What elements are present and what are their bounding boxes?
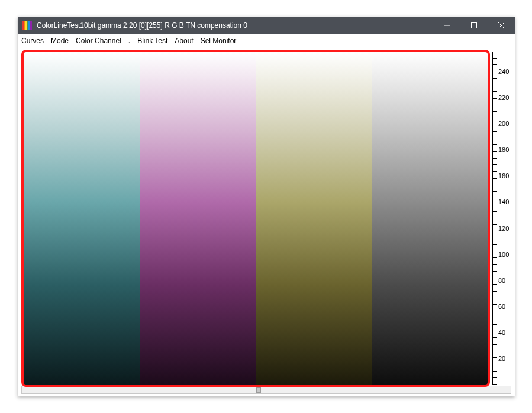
maximize-icon xyxy=(471,22,477,28)
svg-rect-1 xyxy=(472,23,477,28)
ruler-label: 60 xyxy=(498,303,505,310)
ruler-label: 40 xyxy=(498,329,505,336)
gradient-column-yellow xyxy=(256,52,372,385)
ruler-ticks xyxy=(492,52,497,385)
menu-about[interactable]: About xyxy=(175,37,193,45)
window-title: ColorLineTest10bit gamma 2.20 [0][255] R… xyxy=(37,21,433,30)
ruler-label: 140 xyxy=(498,198,509,205)
horizontal-scrollbar[interactable] xyxy=(21,386,511,394)
ruler-label: 100 xyxy=(498,251,509,258)
menu-separator-dot: . xyxy=(128,37,130,45)
menu-mode[interactable]: Mode xyxy=(51,37,69,45)
scrollbar-thumb[interactable] xyxy=(256,387,261,393)
ruler-label: 120 xyxy=(498,225,509,232)
ruler-label: 240 xyxy=(498,68,509,75)
app-icon xyxy=(22,21,32,30)
menu-bar: Curves Mode Color Channel . Blink Test A… xyxy=(18,34,515,47)
ruler-label: 220 xyxy=(498,94,509,101)
menu-curves[interactable]: Curves xyxy=(21,37,44,45)
ruler-label: 200 xyxy=(498,120,509,127)
app-window: ColorLineTest10bit gamma 2.20 [0][255] R… xyxy=(18,17,515,396)
close-button[interactable] xyxy=(488,17,515,34)
gradient-column-grey xyxy=(372,52,488,385)
ruler-label: 180 xyxy=(498,146,509,153)
minimize-button[interactable] xyxy=(433,17,460,34)
title-bar[interactable]: ColorLineTest10bit gamma 2.20 [0][255] R… xyxy=(18,17,515,34)
minimize-icon xyxy=(444,22,450,28)
client-area: 24022020018016014012010080604020 xyxy=(18,47,515,396)
close-icon xyxy=(498,22,504,28)
maximize-button[interactable] xyxy=(460,17,488,34)
menu-sel-monitor[interactable]: Sel Monitor xyxy=(201,37,237,45)
ruler-label: 20 xyxy=(498,355,505,362)
gradient-column-magenta xyxy=(140,52,256,385)
gradient-test-area xyxy=(24,52,488,385)
menu-color-channel[interactable]: Color Channel xyxy=(76,37,121,45)
ruler-label: 80 xyxy=(498,277,505,284)
ruler-label: 160 xyxy=(498,172,509,179)
menu-blink-test[interactable]: Blink Test xyxy=(137,37,167,45)
gradient-column-cyan xyxy=(24,52,140,385)
window-controls xyxy=(433,17,515,34)
vertical-ruler: 24022020018016014012010080604020 xyxy=(492,52,514,385)
